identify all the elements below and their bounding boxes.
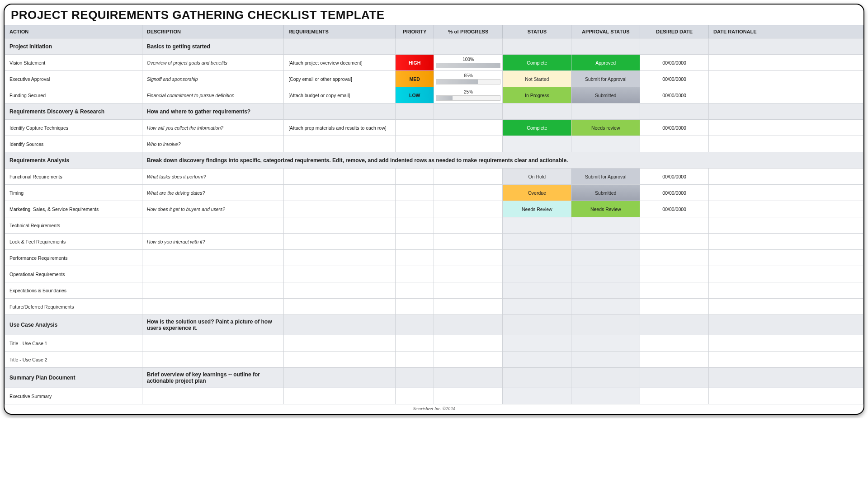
row-status[interactable]: Complete xyxy=(503,55,571,70)
row-date[interactable] xyxy=(640,282,708,298)
row-approval[interactable] xyxy=(571,299,640,314)
row-status[interactable]: Overdue xyxy=(503,185,571,201)
row-date[interactable] xyxy=(640,234,708,249)
row-priority[interactable] xyxy=(396,185,434,201)
row-priority[interactable]: MED xyxy=(396,71,434,87)
row-rationale[interactable] xyxy=(709,335,863,351)
row-date[interactable] xyxy=(640,388,708,404)
row-status[interactable]: Needs Review xyxy=(503,201,571,217)
row-rationale[interactable] xyxy=(709,185,863,201)
row-approval[interactable]: Needs review xyxy=(571,120,640,136)
row-progress[interactable] xyxy=(434,120,502,136)
row-approval[interactable] xyxy=(571,352,640,367)
row-date[interactable]: 00/00/0000 xyxy=(640,71,708,87)
row-approval[interactable]: Submit for Approval xyxy=(571,71,640,87)
row-status[interactable] xyxy=(503,217,571,233)
row-priority[interactable] xyxy=(396,234,434,249)
row-date[interactable] xyxy=(640,335,708,351)
row-rationale[interactable] xyxy=(709,169,863,184)
row-progress[interactable] xyxy=(434,352,502,367)
row-status[interactable]: On Hold xyxy=(503,169,571,184)
row-status[interactable]: In Progress xyxy=(503,87,571,103)
row-approval[interactable] xyxy=(571,217,640,233)
row-date[interactable]: 00/00/0000 xyxy=(640,169,708,184)
row-date[interactable] xyxy=(640,266,708,282)
row-date[interactable] xyxy=(640,250,708,266)
row-rationale[interactable] xyxy=(709,250,863,266)
row-date[interactable]: 00/00/0000 xyxy=(640,120,708,136)
row-approval[interactable]: Submitted xyxy=(571,185,640,201)
row-approval[interactable]: Submit for Approval xyxy=(571,169,640,184)
row-progress[interactable] xyxy=(434,266,502,282)
row-approval[interactable] xyxy=(571,136,640,152)
row-date[interactable] xyxy=(640,136,708,152)
row-status[interactable] xyxy=(503,234,571,249)
row-approval[interactable]: Approved xyxy=(571,55,640,70)
row-status[interactable]: Complete xyxy=(503,120,571,136)
row-progress[interactable] xyxy=(434,185,502,201)
row-progress[interactable] xyxy=(434,299,502,314)
row-approval[interactable] xyxy=(571,388,640,404)
row-priority[interactable] xyxy=(396,201,434,217)
row-rationale[interactable] xyxy=(709,55,863,70)
row-status[interactable] xyxy=(503,136,571,152)
row-rationale[interactable] xyxy=(709,120,863,136)
row-rationale[interactable] xyxy=(709,234,863,249)
row-progress[interactable] xyxy=(434,335,502,351)
row-priority[interactable] xyxy=(396,169,434,184)
row-priority[interactable]: HIGH xyxy=(396,55,434,70)
row-date[interactable] xyxy=(640,299,708,314)
row-priority[interactable] xyxy=(396,266,434,282)
row-progress[interactable]: 25% xyxy=(434,87,502,103)
row-date[interactable]: 00/00/0000 xyxy=(640,201,708,217)
row-progress[interactable] xyxy=(434,234,502,249)
row-rationale[interactable] xyxy=(709,201,863,217)
row-status[interactable] xyxy=(503,352,571,367)
row-progress[interactable] xyxy=(434,282,502,298)
row-status[interactable] xyxy=(503,282,571,298)
row-approval[interactable] xyxy=(571,250,640,266)
row-progress[interactable] xyxy=(434,250,502,266)
row-priority[interactable] xyxy=(396,335,434,351)
row-approval[interactable] xyxy=(571,282,640,298)
row-priority[interactable] xyxy=(396,250,434,266)
row-priority[interactable]: LOW xyxy=(396,87,434,103)
row-progress[interactable] xyxy=(434,217,502,233)
row-date[interactable]: 00/00/0000 xyxy=(640,55,708,70)
row-priority[interactable] xyxy=(396,299,434,314)
row-approval[interactable] xyxy=(571,234,640,249)
row-progress[interactable] xyxy=(434,136,502,152)
row-priority[interactable] xyxy=(396,388,434,404)
row-rationale[interactable] xyxy=(709,87,863,103)
row-rationale[interactable] xyxy=(709,71,863,87)
row-progress[interactable] xyxy=(434,388,502,404)
row-status[interactable] xyxy=(503,388,571,404)
row-date[interactable] xyxy=(640,217,708,233)
row-rationale[interactable] xyxy=(709,299,863,314)
row-status[interactable] xyxy=(503,250,571,266)
row-priority[interactable] xyxy=(396,217,434,233)
row-status[interactable] xyxy=(503,266,571,282)
row-progress[interactable]: 65% xyxy=(434,71,502,87)
row-status[interactable] xyxy=(503,299,571,314)
row-approval[interactable]: Needs Review xyxy=(571,201,640,217)
row-date[interactable]: 00/00/0000 xyxy=(640,87,708,103)
row-approval[interactable]: Submitted xyxy=(571,87,640,103)
row-rationale[interactable] xyxy=(709,282,863,298)
row-priority[interactable] xyxy=(396,352,434,367)
row-rationale[interactable] xyxy=(709,352,863,367)
row-rationale[interactable] xyxy=(709,217,863,233)
row-rationale[interactable] xyxy=(709,266,863,282)
row-priority[interactable] xyxy=(396,282,434,298)
row-approval[interactable] xyxy=(571,266,640,282)
row-date[interactable] xyxy=(640,352,708,367)
row-status[interactable]: Not Started xyxy=(503,71,571,87)
row-progress[interactable]: 100% xyxy=(434,55,502,70)
row-rationale[interactable] xyxy=(709,136,863,152)
row-progress[interactable] xyxy=(434,201,502,217)
row-priority[interactable] xyxy=(396,120,434,136)
row-progress[interactable] xyxy=(434,169,502,184)
row-rationale[interactable] xyxy=(709,388,863,404)
row-approval[interactable] xyxy=(571,335,640,351)
row-date[interactable]: 00/00/0000 xyxy=(640,185,708,201)
